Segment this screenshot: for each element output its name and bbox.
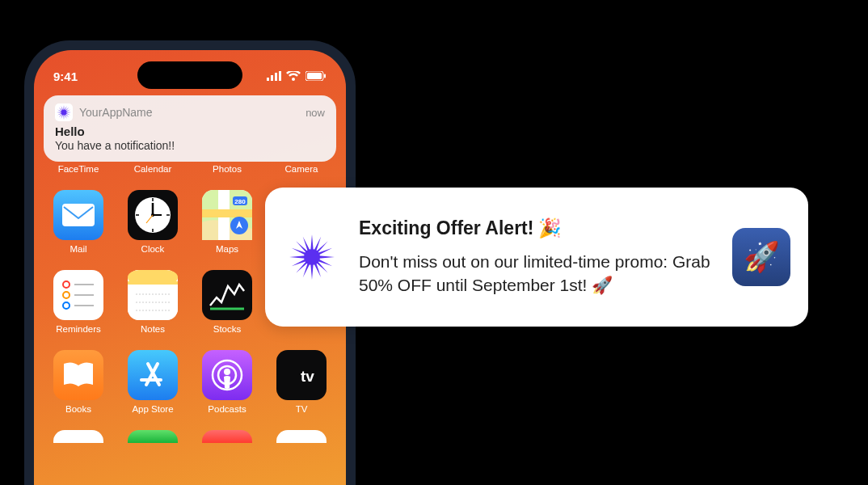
notification-banner[interactable]: YourAppName now Hello You have a notific…: [44, 95, 336, 162]
battery-icon: [305, 70, 327, 83]
svg-text:280: 280: [234, 198, 246, 205]
cellular-icon: [267, 70, 281, 83]
app-label: Calendar: [134, 164, 172, 174]
svg-rect-3: [279, 71, 281, 81]
svg-rect-30: [128, 281, 178, 285]
app-label: Photos: [213, 164, 242, 174]
notification-app-icon: [55, 103, 73, 121]
svg-rect-2: [275, 73, 277, 81]
app-label: Stocks: [213, 324, 242, 334]
clock-icon: [128, 190, 178, 240]
notification-time: now: [305, 107, 325, 119]
notification-app-name: YourAppName: [79, 106, 299, 119]
app-clock[interactable]: Clock: [120, 190, 186, 254]
svg-rect-0: [267, 78, 269, 81]
app-label: Mail: [70, 244, 86, 254]
notification-title: Hello: [55, 124, 325, 138]
app-appstore[interactable]: App Store: [120, 350, 186, 414]
svg-text:tv: tv: [301, 368, 314, 385]
mail-icon: [53, 190, 103, 240]
app-partial-4[interactable]: [268, 430, 335, 443]
app-label: Reminders: [56, 324, 101, 334]
app-label: Notes: [141, 324, 165, 334]
app-partial-3[interactable]: [194, 430, 260, 443]
app-mail[interactable]: Mail: [45, 190, 112, 254]
wifi-icon: [286, 70, 301, 83]
svg-rect-1: [271, 75, 273, 81]
svg-point-26: [63, 302, 70, 309]
notification-body: You have a notification!!: [55, 139, 325, 152]
app-label: TV: [296, 404, 308, 414]
promo-body: Don't miss out on our limited-time promo…: [359, 251, 714, 297]
notes-icon: [128, 270, 178, 320]
app-facetime[interactable]: FaceTime: [45, 160, 112, 174]
promo-notification-card[interactable]: Exciting Offer Alert! 🎉 Don't miss out o…: [265, 188, 808, 327]
app-partial-2[interactable]: [120, 430, 186, 443]
svg-rect-5: [307, 73, 322, 79]
dynamic-island: [137, 61, 242, 89]
svg-point-24: [63, 292, 70, 298]
stocks-icon: [202, 270, 252, 320]
svg-point-40: [224, 369, 230, 375]
reminders-icon: [53, 270, 103, 320]
appstore-icon: [128, 350, 178, 400]
svg-rect-6: [324, 74, 326, 78]
svg-rect-8: [62, 204, 95, 226]
app-calendar[interactable]: Calendar: [120, 160, 186, 174]
books-icon: [53, 350, 103, 400]
app-partial-1[interactable]: [45, 430, 112, 443]
starburst-icon: [57, 105, 71, 120]
app-label: App Store: [132, 404, 173, 414]
status-time: 9:41: [53, 70, 78, 83]
app-tv[interactable]: tv TV: [268, 350, 335, 414]
app-label: Podcasts: [208, 404, 246, 414]
promo-title: Exciting Offer Alert!: [359, 217, 533, 239]
app-stocks[interactable]: Stocks: [194, 270, 260, 334]
app-books[interactable]: Books: [45, 350, 112, 414]
app-maps[interactable]: 280 Maps: [194, 190, 260, 254]
app-photos[interactable]: Photos: [194, 160, 260, 174]
app-label: Camera: [285, 164, 318, 174]
app-camera[interactable]: Camera: [268, 160, 335, 174]
tv-icon: tv: [276, 350, 327, 400]
app-label: Maps: [216, 244, 238, 254]
app-label: Clock: [141, 244, 165, 254]
promo-image-icon: 🚀: [732, 228, 790, 286]
party-popper-icon: 🎉: [538, 217, 562, 239]
app-notes[interactable]: Notes: [120, 270, 186, 334]
app-label: Books: [65, 404, 91, 414]
app-podcasts[interactable]: Podcasts: [194, 350, 260, 414]
app-label: FaceTime: [58, 164, 99, 174]
starburst-icon: [289, 234, 335, 280]
app-reminders[interactable]: Reminders: [45, 270, 112, 334]
podcasts-icon: [202, 350, 252, 400]
maps-icon: 280: [202, 190, 252, 240]
svg-point-22: [63, 281, 70, 288]
